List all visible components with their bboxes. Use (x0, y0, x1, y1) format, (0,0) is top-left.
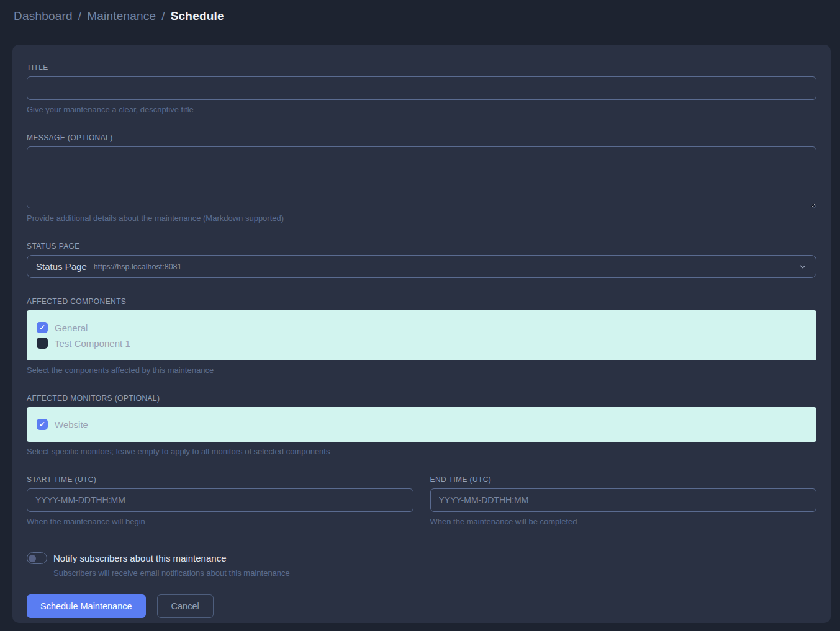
notify-subscribers-helper: Subscribers will receive email notificat… (53, 568, 816, 578)
affected-monitors-label: AFFECTED MONITORS (OPTIONAL) (27, 394, 816, 403)
time-fields-row: START TIME (UTC) When the maintenance wi… (27, 475, 816, 526)
breadcrumb-separator: / (161, 9, 165, 23)
checkmark-icon: ✓ (39, 324, 45, 331)
affected-monitors-helper: Select specific monitors; leave empty to… (27, 447, 816, 456)
title-label: TITLE (27, 63, 816, 72)
status-page-select[interactable]: Status Page https://hsp.localhost:8081 (27, 255, 816, 278)
monitor-option-label: Website (55, 419, 88, 430)
breadcrumb-maintenance[interactable]: Maintenance (87, 9, 156, 23)
component-option-test-component-1[interactable]: ✓ Test Component 1 (37, 338, 806, 349)
toggle-knob (29, 555, 36, 562)
monitor-option-website[interactable]: ✓ Website (37, 419, 806, 430)
message-field-group: MESSAGE (OPTIONAL) Provide additional de… (27, 133, 816, 223)
status-page-selected-name: Status Page (36, 261, 87, 272)
component-option-general[interactable]: ✓ General (37, 322, 806, 333)
breadcrumb-dashboard[interactable]: Dashboard (14, 9, 73, 23)
title-field-group: TITLE Give your maintenance a clear, des… (27, 63, 816, 114)
top-header: Dashboard / Maintenance / Schedule (0, 0, 840, 32)
form-actions: Schedule Maintenance Cancel (27, 594, 816, 618)
checkbox-test-component-1[interactable]: ✓ (37, 338, 48, 349)
affected-components-group: AFFECTED COMPONENTS ✓ General ✓ Test Com… (27, 297, 816, 375)
breadcrumb-separator: / (78, 9, 81, 23)
breadcrumb-current-schedule: Schedule (171, 9, 224, 23)
checkmark-icon: ✓ (39, 421, 45, 428)
status-page-selected-url: https://hsp.localhost:8081 (94, 262, 182, 271)
affected-monitors-panel: ✓ Website (27, 407, 816, 442)
component-option-label: Test Component 1 (55, 338, 130, 349)
schedule-maintenance-button[interactable]: Schedule Maintenance (27, 594, 146, 618)
notify-subscribers-group: Notify subscribers about this maintenanc… (27, 552, 816, 578)
affected-components-panel: ✓ General ✓ Test Component 1 (27, 310, 816, 360)
end-time-input[interactable] (430, 488, 817, 512)
end-time-helper: When the maintenance will be completed (430, 517, 817, 526)
notify-subscribers-label: Notify subscribers about this maintenanc… (53, 553, 226, 563)
start-time-helper: When the maintenance will begin (27, 517, 413, 526)
checkbox-general[interactable]: ✓ (37, 322, 48, 333)
component-option-label: General (55, 323, 88, 333)
title-helper-text: Give your maintenance a clear, descripti… (27, 105, 816, 114)
notify-subscribers-toggle[interactable] (27, 552, 47, 564)
notify-subscribers-row: Notify subscribers about this maintenanc… (27, 552, 816, 564)
affected-monitors-group: AFFECTED MONITORS (OPTIONAL) ✓ Website S… (27, 394, 816, 456)
schedule-maintenance-form-card: TITLE Give your maintenance a clear, des… (12, 45, 831, 623)
message-textarea[interactable] (27, 146, 816, 208)
status-page-field-group: STATUS PAGE Status Page https://hsp.loca… (27, 242, 816, 278)
message-label: MESSAGE (OPTIONAL) (27, 133, 816, 142)
affected-components-label: AFFECTED COMPONENTS (27, 297, 816, 306)
title-input[interactable] (27, 76, 816, 100)
end-time-label: END TIME (UTC) (430, 475, 817, 484)
cancel-button[interactable]: Cancel (157, 594, 214, 618)
affected-components-helper: Select the components affected by this m… (27, 365, 816, 375)
chevron-down-icon (798, 262, 807, 271)
start-time-input[interactable] (27, 488, 413, 512)
breadcrumb: Dashboard / Maintenance / Schedule (14, 9, 224, 23)
checkbox-website[interactable]: ✓ (37, 419, 48, 430)
message-helper-text: Provide additional details about the mai… (27, 213, 816, 223)
status-page-label: STATUS PAGE (27, 242, 816, 251)
end-time-field-group: END TIME (UTC) When the maintenance will… (430, 475, 817, 526)
start-time-field-group: START TIME (UTC) When the maintenance wi… (27, 475, 413, 526)
start-time-label: START TIME (UTC) (27, 475, 413, 484)
